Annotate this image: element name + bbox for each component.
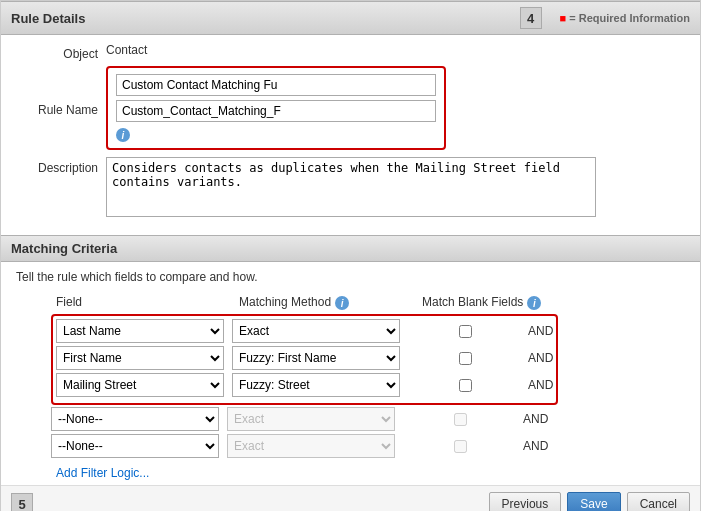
- method-select-5: Exact: [227, 434, 395, 458]
- previous-button[interactable]: Previous: [489, 492, 562, 511]
- and-label-3: AND: [528, 378, 553, 392]
- matching-criteria-header: Matching Criteria: [1, 235, 700, 262]
- object-value: Contact: [106, 39, 147, 57]
- description-row: Description Considers contacts as duplic…: [16, 157, 685, 220]
- field-select-1[interactable]: Last Name --None-- First Name Mailing St…: [56, 319, 224, 343]
- method-select-1[interactable]: Exact Fuzzy: First Name Fuzzy: Street: [232, 319, 400, 343]
- method-select-2[interactable]: Fuzzy: First Name Exact Fuzzy: Street: [232, 346, 400, 370]
- highlighted-criteria-rows: Last Name --None-- First Name Mailing St…: [51, 314, 558, 405]
- name-group-row: Rule Name i: [16, 66, 685, 152]
- method-select-4: Exact: [227, 407, 395, 431]
- step-badge-4: 4: [520, 7, 542, 29]
- unique-name-info-icon[interactable]: i: [116, 128, 130, 142]
- criteria-row-3: Mailing Street --None-- Last Name First …: [56, 373, 553, 397]
- required-info: ■ = Required Information: [560, 12, 690, 24]
- matching-criteria-title: Matching Criteria: [11, 241, 117, 256]
- field-select-5[interactable]: --None-- Last Name First Name Mailing St…: [51, 434, 219, 458]
- criteria-row-1: Last Name --None-- First Name Mailing St…: [56, 319, 553, 343]
- field-header: Field: [56, 295, 82, 309]
- add-filter-link[interactable]: Add Filter Logic...: [56, 466, 149, 480]
- method-info-icon[interactable]: i: [335, 296, 349, 310]
- method-header: Matching Method: [239, 295, 331, 309]
- rule-details-header: Rule Details 4 ■ = Required Information: [1, 1, 700, 35]
- field-select-2[interactable]: First Name --None-- Last Name Mailing St…: [56, 346, 224, 370]
- step-badge-5: 5: [11, 493, 33, 511]
- description-label: Description: [16, 157, 106, 175]
- footer: 5 Previous Save Cancel: [1, 485, 700, 511]
- criteria-row-4: --None-- Last Name First Name Mailing St…: [51, 407, 685, 431]
- unique-name-input[interactable]: [116, 100, 436, 122]
- and-label-4: AND: [523, 412, 548, 426]
- object-row: Object Contact: [16, 43, 685, 61]
- field-select-4[interactable]: --None-- Last Name First Name Mailing St…: [51, 407, 219, 431]
- criteria-row-2: First Name --None-- Last Name Mailing St…: [56, 346, 553, 370]
- blank-info-icon[interactable]: i: [527, 296, 541, 310]
- criteria-headers: Field Matching Method i Match Blank Fiel…: [56, 294, 685, 310]
- rule-details-title: Rule Details: [11, 11, 85, 26]
- method-select-3[interactable]: Fuzzy: Street Exact Fuzzy: First Name: [232, 373, 400, 397]
- blank-check-4[interactable]: [454, 413, 467, 426]
- matching-subtitle: Tell the rule which fields to compare an…: [16, 270, 685, 284]
- cancel-button[interactable]: Cancel: [627, 492, 690, 511]
- field-select-3[interactable]: Mailing Street --None-- Last Name First …: [56, 373, 224, 397]
- rule-name-label: Rule Name: [16, 99, 106, 117]
- blank-check-2[interactable]: [459, 352, 472, 365]
- rule-unique-name-group: i: [106, 66, 446, 150]
- and-label-2: AND: [528, 351, 553, 365]
- criteria-table: Field Matching Method i Match Blank Fiel…: [26, 294, 685, 480]
- footer-buttons: Previous Save Cancel: [489, 492, 690, 511]
- blank-header: Match Blank Fields: [422, 295, 523, 309]
- matching-criteria-content: Tell the rule which fields to compare an…: [1, 262, 700, 485]
- blank-check-1[interactable]: [459, 325, 472, 338]
- blank-check-5[interactable]: [454, 440, 467, 453]
- rule-details-content: Object Contact Rule Name i De: [1, 35, 700, 235]
- description-textarea[interactable]: Considers contacts as duplicates when th…: [106, 157, 596, 217]
- blank-check-3[interactable]: [459, 379, 472, 392]
- and-label-1: AND: [528, 324, 553, 338]
- rule-name-input[interactable]: [116, 74, 436, 96]
- criteria-row-5: --None-- Last Name First Name Mailing St…: [51, 434, 685, 458]
- object-label: Object: [16, 43, 106, 61]
- and-label-5: AND: [523, 439, 548, 453]
- save-button[interactable]: Save: [567, 492, 620, 511]
